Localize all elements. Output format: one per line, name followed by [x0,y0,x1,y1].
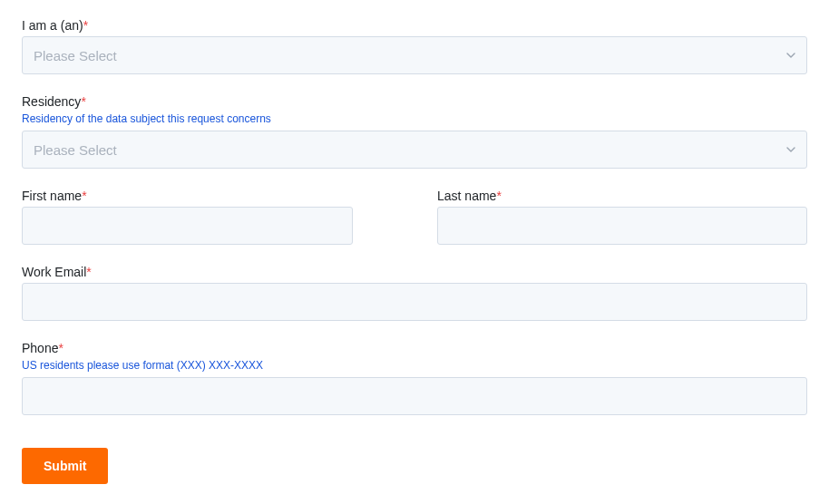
last-name-label-text: Last name [437,189,496,203]
required-indicator: * [83,18,88,33]
residency-label: Residency* [22,94,807,109]
name-row: First name* Last name* [22,189,807,265]
phone-helper-text: US residents please use format (XXX) XXX… [22,359,807,372]
residency-label-text: Residency [22,94,81,109]
first-name-label: First name* [22,189,353,203]
field-iam: I am a (an)* Please Select [22,18,807,74]
field-work-email: Work Email* [22,265,807,321]
required-indicator: * [86,265,91,279]
first-name-input[interactable] [22,207,353,245]
data-request-form: I am a (an)* Please Select Residency* Re… [22,18,807,484]
required-indicator: * [58,341,63,355]
submit-button[interactable]: Submit [22,448,108,484]
required-indicator: * [82,189,86,203]
residency-helper-text: Residency of the data subject this reque… [22,112,807,125]
field-first-name: First name* [22,189,353,245]
residency-select[interactable]: Please Select [22,131,807,169]
field-residency: Residency* Residency of the data subject… [22,94,807,169]
work-email-label: Work Email* [22,265,807,279]
last-name-input[interactable] [437,207,807,245]
iam-select[interactable]: Please Select [22,36,807,74]
phone-input[interactable] [22,377,807,415]
last-name-label: Last name* [437,189,807,203]
phone-label: Phone* [22,341,807,355]
required-indicator: * [496,189,501,203]
required-indicator: * [81,94,85,109]
work-email-input[interactable] [22,283,807,321]
field-phone: Phone* US residents please use format (X… [22,341,807,415]
first-name-label-text: First name [22,189,82,203]
iam-label-text: I am a (an) [22,18,83,33]
field-last-name: Last name* [437,189,807,245]
iam-label: I am a (an)* [22,18,807,33]
work-email-label-text: Work Email [22,265,86,279]
phone-label-text: Phone [22,341,58,355]
